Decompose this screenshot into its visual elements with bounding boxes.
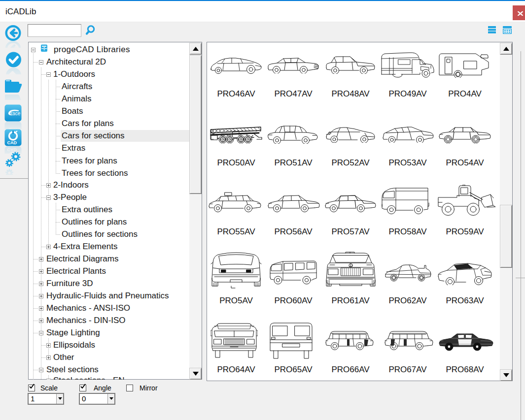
svg-text:CAD: CAD: [7, 140, 17, 145]
svg-text:trace: trace: [9, 111, 21, 116]
svg-text:trace: trace: [9, 127, 21, 129]
svg-text:CAD: CAD: [7, 147, 17, 152]
